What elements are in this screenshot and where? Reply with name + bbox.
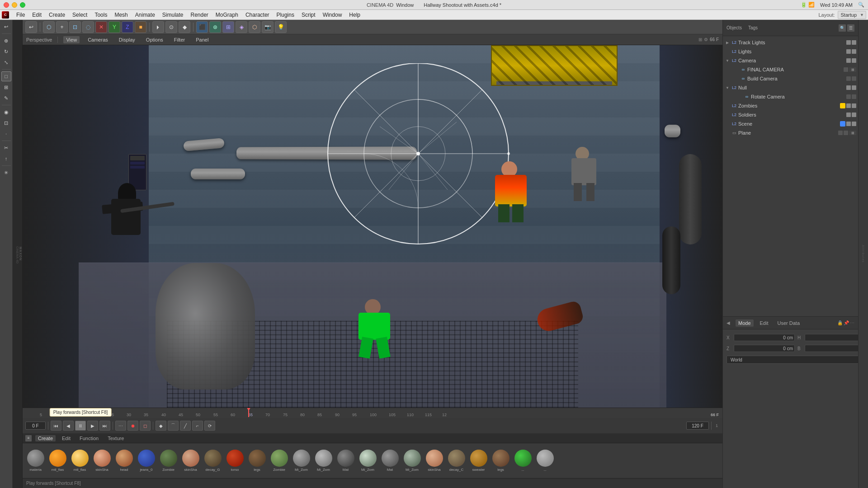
viewport-tab-filter[interactable]: Filter (171, 36, 188, 43)
obj-search-icon[interactable]: 🔍 (839, 24, 846, 32)
mat-item-21[interactable]: legs (491, 449, 511, 473)
minimize-button[interactable] (12, 2, 17, 8)
total-frames-input[interactable] (686, 422, 709, 430)
window-menu[interactable]: Window (396, 2, 414, 8)
mat-item-6[interactable]: Zombie (158, 449, 179, 473)
go-to-start-btn[interactable]: ⏮ (51, 421, 61, 431)
mat-item-19[interactable]: decay_C (446, 449, 467, 473)
camera-tool-btn[interactable]: 📷 (262, 21, 274, 33)
select-icon[interactable]: □ (1, 71, 11, 81)
viewport-tab-cameras[interactable]: Cameras (85, 36, 111, 43)
object-btn[interactable]: ⬡ (43, 21, 55, 33)
keyframe-btn[interactable]: ◆ (179, 21, 190, 33)
scale-icon[interactable]: ⤡ (1, 57, 11, 67)
rotate-icon[interactable]: ↻ (1, 47, 11, 56)
tc-step-btn[interactable]: ⌐ (192, 421, 203, 431)
ffd-btn[interactable]: ⊡ (69, 21, 81, 33)
tc-dots-btn[interactable]: ⋯ (115, 421, 126, 431)
menu-create[interactable]: Create (45, 11, 69, 19)
attr-input-z[interactable] (734, 345, 795, 352)
viewport-maximize-icon[interactable]: ⊞ (698, 37, 702, 42)
mat-tab-edit[interactable]: Edit (59, 435, 73, 441)
zref-btn[interactable]: Z (122, 21, 133, 33)
obj-item-lights[interactable]: ▶ L2 Lights (723, 47, 858, 56)
array-btn[interactable]: ⊞ (222, 21, 234, 33)
record-btn[interactable]: ⊙ (165, 21, 177, 33)
box-select-icon[interactable]: ⊞ (1, 82, 11, 92)
move-icon[interactable]: ⊕ (1, 36, 11, 46)
attr-arrow-left[interactable]: ◀ (726, 320, 730, 325)
obj-item-final-camera[interactable]: ▶ ∞ FINAL CAMERA ⊞ (723, 65, 858, 74)
obj-item-null[interactable]: ▼ L2 Null (723, 83, 858, 92)
attr-tab-edit[interactable]: Edit (757, 319, 771, 327)
obj-item-build-camera[interactable]: ▶ ∞ Build Camera (723, 74, 858, 83)
knife-icon[interactable]: ✂ (1, 143, 11, 153)
go-to-end-btn[interactable]: ⏭ (99, 421, 110, 431)
mat-item-1[interactable]: mtl_flas (47, 449, 68, 473)
undo-btn[interactable]: ↩ (25, 21, 37, 33)
timeline-ruler[interactable]: 5 10 15 20 25 30 35 40 45 50 55 60 65 70 (23, 408, 722, 418)
viewport-tab-view[interactable]: View (63, 36, 80, 43)
obj-item-soldiers[interactable]: ▶ L2 Soldiers (723, 110, 858, 119)
mat-tab-create[interactable]: Create (35, 435, 56, 441)
current-frame-input[interactable] (25, 422, 46, 430)
mat-item-20[interactable]: sweater (468, 449, 489, 473)
mat-item-12[interactable]: Mi_Zom (291, 449, 311, 473)
maximize-button[interactable] (20, 2, 25, 8)
mat-item-11[interactable]: Zombie (269, 449, 289, 473)
mat-item-17[interactable]: Mi_Zom (402, 449, 422, 473)
timeline-btn[interactable]: ⏵ (152, 21, 164, 33)
mat-tab-function[interactable]: Function (77, 435, 101, 441)
mat-item-22[interactable]: ... (513, 449, 533, 473)
obj-item-track-lights[interactable]: ▶ L2 Track Lights (723, 38, 858, 47)
obj-item-zombies[interactable]: ▶ L2 Zombies (723, 101, 858, 110)
mat-item-8[interactable]: decay_G (203, 449, 223, 473)
obj-filter-icon[interactable]: ☰ (847, 24, 854, 32)
search-icon[interactable]: 🔍 (858, 2, 864, 8)
cube-btn[interactable]: ⬛ (196, 21, 208, 33)
edge-mode-icon[interactable]: ⊡ (1, 118, 11, 128)
extrude-icon[interactable]: ↑ (1, 154, 11, 164)
mat-item-7[interactable]: skinSha (180, 449, 201, 473)
yref-btn[interactable]: Y (108, 21, 120, 33)
bend-btn[interactable]: ◌ (82, 21, 94, 33)
menu-plugins[interactable]: Plugins (273, 11, 298, 19)
tc-spline-btn[interactable]: ⌒ (168, 421, 179, 431)
scene-btn[interactable]: ⬡ (249, 21, 260, 33)
obj-item-camera-group[interactable]: ▼ L2 Camera (723, 56, 858, 65)
mat-item-13[interactable]: Mi_Zom (313, 449, 334, 473)
deformer-btn[interactable]: ◈ (236, 21, 247, 33)
mat-item-10[interactable]: legs (247, 449, 267, 473)
mat-item-2[interactable]: mtl_flas (70, 449, 90, 473)
object-mode-icon[interactable]: ◉ (1, 107, 11, 117)
menu-script[interactable]: Script (298, 11, 319, 19)
attr-lock-icon[interactable]: 🔒 (837, 320, 843, 325)
attr-tab-mode[interactable]: Mode (736, 319, 754, 327)
menu-simulate[interactable]: Simulate (159, 11, 187, 19)
xref-btn[interactable]: ✕ (95, 21, 107, 33)
attr-input-h[interactable] (805, 334, 866, 341)
menu-mograph[interactable]: MoGraph (212, 11, 242, 19)
tc-record-btn[interactable]: ⏺ (127, 421, 138, 431)
menu-tools[interactable]: Tools (91, 11, 111, 19)
menu-render[interactable]: Render (187, 11, 212, 19)
menu-edit[interactable]: Edit (28, 11, 45, 19)
freehand-icon[interactable]: ✎ (1, 93, 11, 103)
viewport-tab-display[interactable]: Display (116, 36, 138, 43)
mat-tab-texture[interactable]: Texture (105, 435, 127, 441)
viewport-settings-icon[interactable]: ⚙ (704, 37, 708, 42)
attr-input-b[interactable] (805, 345, 866, 352)
tc-linear-btn[interactable]: ╱ (180, 421, 191, 431)
material-menu-icon[interactable]: ≡ (25, 435, 32, 441)
mat-item-4[interactable]: head (114, 449, 134, 473)
obj-item-scene[interactable]: ▶ L2 Scene (723, 119, 858, 128)
viewport-tab-panel[interactable]: Panel (193, 36, 211, 43)
render-btn[interactable]: ■ (135, 21, 146, 33)
menu-help[interactable]: Help (345, 11, 364, 19)
attr-pin-icon[interactable]: 📌 (844, 320, 849, 325)
mat-item-15[interactable]: Mi_Zom (358, 449, 378, 473)
obj-item-rotate-camera[interactable]: ▶ ∞ Rotate Camera (723, 92, 858, 101)
obj-item-plane[interactable]: ▶ ▭ Plane ⊞ (723, 128, 858, 137)
menu-select[interactable]: Select (69, 11, 91, 19)
mat-item-16[interactable]: Mat (380, 449, 400, 473)
